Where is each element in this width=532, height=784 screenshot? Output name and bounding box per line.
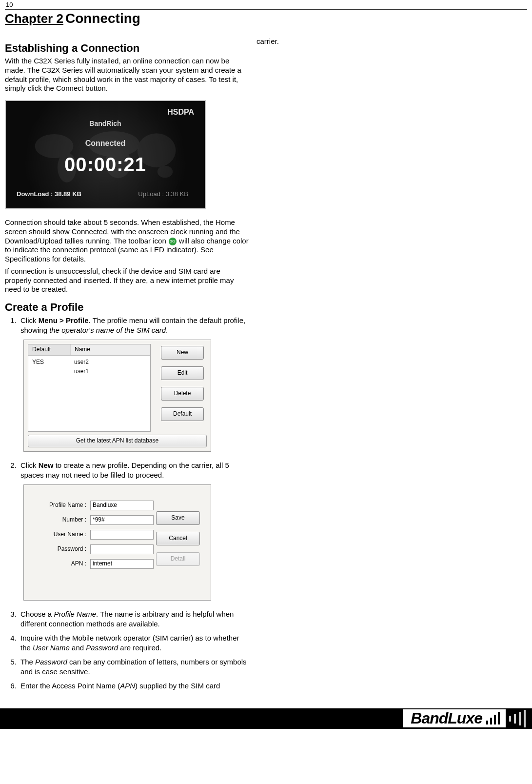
table-row[interactable]: user1 [28,367,150,377]
step-1: Click Menu > Profile. The profile menu w… [19,316,249,452]
table-header-row: Default Name [28,344,150,356]
section-establishing-intro: With the C32X Series fully installed, an… [5,57,249,93]
apn-input[interactable]: internet [90,559,154,569]
footer-stripes-icon [508,708,527,729]
step-3: Choose a Profile Name. The name is arbit… [19,609,249,628]
new-button[interactable]: New [161,346,204,360]
password-input[interactable] [90,544,154,554]
cell-default: YES [28,358,70,367]
signal-icon [485,712,502,725]
user-name-input[interactable] [90,530,154,540]
profile-name-label: Profile Name : [28,502,90,509]
cancel-button[interactable]: Cancel [156,532,200,545]
chapter-heading: Chapter 2 Connecting [5,11,527,26]
step-6: Enter the Access Point Name (APN) suppli… [19,681,249,691]
chapter-title: Connecting [65,11,140,26]
step-5: The Password can be any combination of l… [19,657,249,676]
apn-label: APN : [28,560,90,568]
footer-logo-text: BandLuxe [411,709,482,727]
download-stat: DownLoad : 38.89 KB [17,190,81,198]
svg-rect-8 [494,715,496,724]
default-button[interactable]: Default [161,407,204,421]
cell-name: user2 [70,358,150,367]
cell-name: user1 [70,367,150,377]
section-create-profile-heading: Create a Profile [5,301,249,314]
upload-stat: UpLoad : 3.38 KB [138,190,188,198]
col-header-default[interactable]: Default [28,344,71,355]
toolbar-3g-icon: 3G [169,238,177,245]
svg-rect-9 [498,712,500,724]
connection-status-screenshot: HSDPA BandRich Connected 00:00:21 DownLo… [5,100,206,209]
connection-clock: 00:00:21 [6,154,205,176]
profile-name-input[interactable]: Bandluxe [90,501,154,510]
svg-rect-7 [490,718,492,724]
cell-default [28,367,70,377]
detail-button[interactable]: Detail [156,552,200,566]
edit-button[interactable]: Edit [161,366,204,380]
svg-rect-6 [486,721,488,724]
top-divider [5,9,527,10]
user-name-label: User Name : [28,531,90,539]
footer-bar: BandLuxe [0,708,532,729]
profile-list-dialog: Default Name YES user2 user1 [23,340,211,452]
network-mode-label: HSDPA [167,108,194,117]
carrier-fragment: carrier. [256,37,279,45]
new-profile-dialog: Profile Name : Bandluxe Number : *99# Us… [23,484,211,601]
get-apn-database-button[interactable]: Get the latest APN list database [28,435,207,447]
table-row[interactable]: YES user2 [28,358,150,367]
save-button[interactable]: Save [156,511,200,525]
brand-label: BandRich [6,120,205,127]
connection-status-label: Connected [6,139,205,148]
connection-explain-paragraph: Connection should take about 5 seconds. … [5,218,249,264]
step-2: Click New to create a new profile. Depen… [19,461,249,601]
number-label: Number : [28,516,90,524]
step-4: Inquire with the Mobile network operator… [19,633,249,652]
profile-list-table[interactable]: Default Name YES user2 user1 [28,344,151,432]
page-number: 10 [5,0,527,8]
password-label: Password : [28,545,90,553]
section-establishing-heading: Establishing a Connection [5,42,249,55]
bandluxe-logo: BandLuxe [403,709,506,727]
connection-troubleshoot-paragraph: If connection is unsuccessful, check if … [5,267,249,294]
delete-button[interactable]: Delete [161,387,204,401]
number-input[interactable]: *99# [90,515,154,525]
col-header-name[interactable]: Name [71,344,150,355]
chapter-link[interactable]: Chapter 2 [5,11,63,26]
